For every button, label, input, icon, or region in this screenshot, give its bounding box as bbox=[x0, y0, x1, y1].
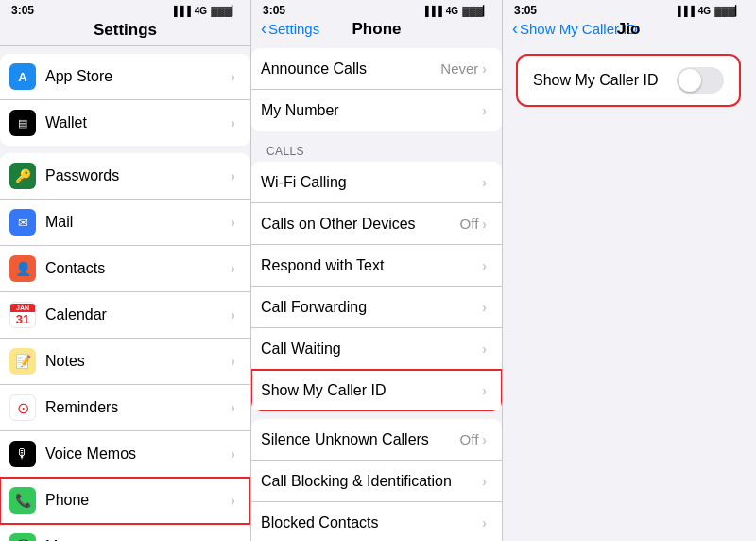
network-type-3: 4G bbox=[698, 6, 711, 16]
sidebar-item-mail[interactable]: ✉ Mail › bbox=[0, 200, 250, 246]
sidebar-item-phone[interactable]: 📞 Phone › bbox=[0, 478, 250, 524]
chevron-reminders: › bbox=[231, 400, 235, 415]
calls-section-header: CALLS bbox=[251, 131, 502, 162]
item-show-caller-id[interactable]: Show My Caller ID › bbox=[251, 370, 502, 411]
sidebar-item-reminders[interactable]: ⊙ Reminders › bbox=[0, 385, 250, 431]
group-calls: Wi-Fi Calling › Calls on Other Devices O… bbox=[251, 162, 502, 411]
passwords-label: Passwords bbox=[45, 167, 231, 184]
back-to-settings[interactable]: ‹ Settings bbox=[261, 21, 319, 37]
show-caller-id-toggle[interactable] bbox=[677, 67, 724, 94]
item-wifi-calling[interactable]: Wi-Fi Calling › bbox=[251, 162, 502, 203]
chevron-passwords: › bbox=[231, 168, 235, 183]
notes-icon: 📝 bbox=[9, 348, 36, 375]
contacts-icon: 👤 bbox=[9, 255, 36, 282]
silence-unknown-value: Off bbox=[460, 431, 479, 447]
sidebar-item-wallet[interactable]: ▤ Wallet › bbox=[0, 100, 250, 146]
phone-label: Phone bbox=[45, 492, 231, 509]
settings-title: Settings bbox=[0, 21, 250, 46]
chevron-call-forwarding: › bbox=[482, 300, 487, 315]
chevron-call-waiting: › bbox=[482, 341, 487, 357]
calendar-icon: JAN 31 bbox=[9, 302, 36, 328]
status-icons-3: ▐▐▐ 4G ▓▓▓▏ bbox=[675, 6, 743, 16]
chevron-calendar: › bbox=[231, 307, 235, 323]
item-my-number[interactable]: My Number › bbox=[251, 90, 502, 131]
item-respond-text[interactable]: Respond with Text › bbox=[251, 245, 502, 287]
chevron-appstore: › bbox=[231, 69, 235, 84]
phone-settings-panel: 3:05 ▐▐▐ 4G ▓▓▓▏ ‹ Settings Phone Announ… bbox=[251, 0, 503, 541]
status-bar-2: 3:05 ▐▐▐ 4G ▓▓▓▏ bbox=[251, 0, 502, 21]
group-appstore-wallet: A App Store › ▤ Wallet › bbox=[0, 54, 250, 146]
chevron-contacts: › bbox=[231, 261, 235, 276]
sidebar-item-voicememos[interactable]: 🎙 Voice Memos › bbox=[0, 431, 250, 478]
phone-scroll[interactable]: Announce Calls Never › My Number › CALLS… bbox=[251, 43, 502, 541]
appstore-label: App Store bbox=[45, 68, 231, 85]
item-call-forwarding[interactable]: Call Forwarding › bbox=[251, 287, 502, 328]
item-call-waiting[interactable]: Call Waiting › bbox=[251, 328, 502, 370]
status-icons-1: ▐▐▐ 4G ▓▓▓▏ bbox=[171, 6, 239, 16]
sidebar-item-passwords[interactable]: 🔑 Passwords › bbox=[0, 153, 250, 200]
wallet-icon: ▤ bbox=[9, 110, 36, 136]
jio-title: Jio bbox=[617, 20, 641, 39]
caller-id-section: Show My Caller ID bbox=[518, 56, 739, 105]
chevron-phone: › bbox=[231, 493, 235, 508]
sidebar-item-calendar[interactable]: JAN 31 Calendar › bbox=[0, 292, 250, 339]
chevron-wifi-calling: › bbox=[482, 175, 487, 190]
back-label-2: Settings bbox=[268, 21, 319, 37]
call-forwarding-label: Call Forwarding bbox=[261, 299, 482, 316]
reminders-icon: ⊙ bbox=[9, 394, 36, 421]
status-bar-3: 3:05 ▐▐▐ 4G ▓▓▓▏ bbox=[503, 0, 754, 21]
battery-icon-2: ▓▓▓▏ bbox=[462, 6, 490, 16]
item-silence-unknown[interactable]: Silence Unknown Callers Off › bbox=[251, 419, 502, 461]
chevron-silence: › bbox=[482, 432, 487, 447]
group-blocking: Silence Unknown Callers Off › Call Block… bbox=[251, 419, 502, 541]
time-3: 3:05 bbox=[514, 4, 537, 17]
settings-scroll[interactable]: A App Store › ▤ Wallet › 🔑 Passwords › ✉… bbox=[0, 46, 250, 541]
caller-id-panel: 3:05 ▐▐▐ 4G ▓▓▓▏ ‹ Show My Caller ID Jio… bbox=[503, 0, 754, 541]
phone-icon: 📞 bbox=[9, 487, 36, 514]
call-blocking-label: Call Blocking & Identification bbox=[261, 473, 482, 490]
calendar-label: Calendar bbox=[45, 306, 231, 323]
respond-text-label: Respond with Text bbox=[261, 257, 482, 274]
sidebar-item-contacts[interactable]: 👤 Contacts › bbox=[0, 246, 250, 292]
passwords-icon: 🔑 bbox=[9, 163, 36, 189]
messages-icon: 💬 bbox=[9, 533, 36, 541]
my-number-label: My Number bbox=[261, 102, 482, 119]
item-call-blocking[interactable]: Call Blocking & Identification › bbox=[251, 461, 502, 502]
sidebar-item-notes[interactable]: 📝 Notes › bbox=[0, 339, 250, 385]
signal-icon-1: ▐▐▐ bbox=[171, 6, 191, 16]
item-calls-other-devices[interactable]: Calls on Other Devices Off › bbox=[251, 203, 502, 245]
chevron-mail: › bbox=[231, 215, 235, 230]
announce-calls-label: Announce Calls bbox=[261, 61, 440, 78]
chevron-blocked: › bbox=[482, 515, 487, 531]
caller-id-header: ‹ Show My Caller ID Jio bbox=[503, 21, 754, 43]
signal-icon-2: ▐▐▐ bbox=[422, 6, 442, 16]
back-chevron-2: ‹ bbox=[261, 20, 266, 37]
show-caller-id-row-label: Show My Caller ID bbox=[533, 72, 658, 89]
item-blocked-contacts[interactable]: Blocked Contacts › bbox=[251, 502, 502, 541]
announce-calls-value: Never bbox=[440, 61, 478, 77]
show-caller-id-row[interactable]: Show My Caller ID bbox=[518, 56, 739, 105]
status-icons-2: ▐▐▐ 4G ▓▓▓▏ bbox=[422, 6, 490, 16]
show-caller-id-label: Show My Caller ID bbox=[261, 382, 482, 399]
chevron-mynumber: › bbox=[482, 103, 487, 118]
chevron-announce: › bbox=[482, 61, 487, 77]
chevron-calls-other: › bbox=[482, 217, 487, 232]
reminders-label: Reminders bbox=[45, 399, 231, 416]
chevron-caller-id: › bbox=[482, 383, 487, 398]
item-announce-calls[interactable]: Announce Calls Never › bbox=[251, 48, 502, 90]
back-chevron-3: ‹ bbox=[512, 20, 518, 37]
mail-icon: ✉ bbox=[9, 209, 36, 236]
sidebar-item-appstore[interactable]: A App Store › bbox=[0, 54, 250, 100]
voicememos-icon: 🎙 bbox=[9, 441, 36, 467]
network-type-2: 4G bbox=[446, 6, 458, 16]
silence-unknown-label: Silence Unknown Callers bbox=[261, 431, 460, 448]
mail-label: Mail bbox=[45, 214, 231, 231]
battery-icon-1: ▓▓▓▏ bbox=[211, 6, 239, 16]
calls-other-label: Calls on Other Devices bbox=[261, 216, 460, 233]
wifi-calling-label: Wi-Fi Calling bbox=[261, 174, 482, 191]
chevron-respond-text: › bbox=[482, 258, 487, 273]
time-2: 3:05 bbox=[263, 4, 285, 17]
group-announce: Announce Calls Never › My Number › bbox=[251, 48, 502, 131]
sidebar-item-messages[interactable]: 💬 Messages › bbox=[0, 524, 250, 541]
network-type-1: 4G bbox=[195, 6, 207, 16]
